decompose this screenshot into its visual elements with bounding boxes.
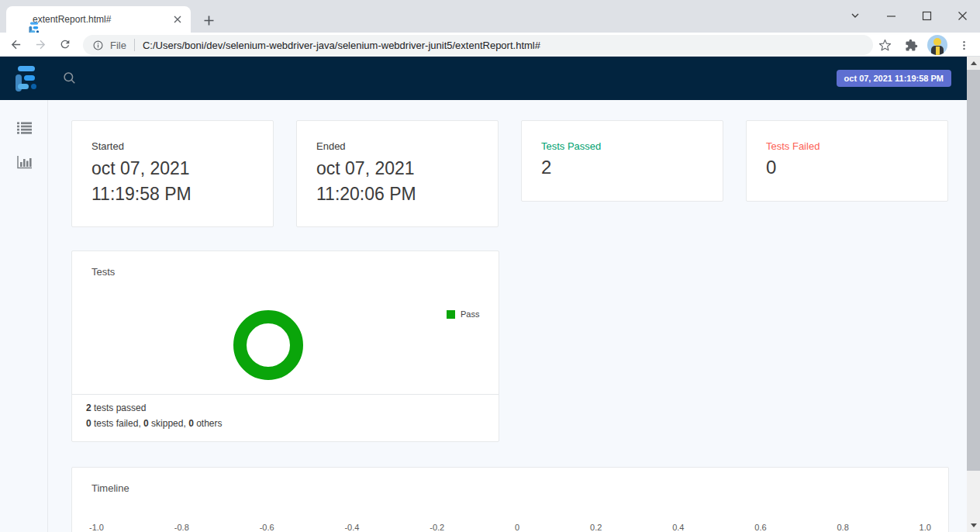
x-tick: -0.4 bbox=[344, 523, 359, 532]
tests-passed-label: Tests Passed bbox=[541, 140, 703, 152]
close-window-button[interactable] bbox=[944, 0, 980, 31]
test-list-icon bbox=[17, 122, 32, 137]
omnibox-separator bbox=[134, 39, 135, 51]
extent-logo bbox=[15, 65, 38, 92]
legend-pass-label: Pass bbox=[461, 309, 479, 319]
card-timeline: Timeline -1.0 -0.8 -0.6 -0.4 -0.2 0 0.2 … bbox=[71, 467, 949, 532]
ended-label: Ended bbox=[316, 140, 478, 152]
card-started: Started oct 07, 2021 11:19:58 PM bbox=[71, 120, 274, 227]
tests-summary: 2 tests passed 0 tests failed, 0 skipped… bbox=[72, 394, 499, 441]
tab-close-icon[interactable] bbox=[171, 12, 185, 26]
timeline-title: Timeline bbox=[91, 482, 129, 494]
report-main: Started oct 07, 2021 11:19:58 PM Ended o… bbox=[49, 100, 967, 532]
tab-search-icon[interactable] bbox=[837, 0, 873, 31]
bookmark-star-icon[interactable] bbox=[875, 35, 895, 55]
tests-failed-value: 0 bbox=[766, 155, 928, 180]
scrollbar-thumb[interactable] bbox=[967, 70, 980, 471]
sidebar-item-dashboard[interactable] bbox=[0, 147, 48, 181]
tests-summary-line2: 0 tests failed, 0 skipped, 0 others bbox=[86, 418, 485, 430]
url-omnibox[interactable]: File C:/Users/boni/dev/selenium-webdrive… bbox=[83, 35, 873, 55]
file-scheme-label: File bbox=[110, 40, 126, 51]
x-tick: 0.4 bbox=[672, 523, 684, 532]
timeline-x-axis: -1.0 -0.8 -0.6 -0.4 -0.2 0 0.2 0.4 0.6 0… bbox=[89, 523, 931, 532]
url-text[interactable]: C:/Users/boni/dev/selenium-webdriver-jav… bbox=[143, 40, 540, 51]
search-icon[interactable] bbox=[62, 71, 78, 89]
x-tick: -1.0 bbox=[89, 523, 104, 532]
x-tick: 1.0 bbox=[920, 523, 931, 532]
browser-addressbar: File C:/Users/boni/dev/selenium-webdrive… bbox=[0, 33, 980, 57]
started-label: Started bbox=[91, 140, 254, 152]
bar-chart-icon bbox=[17, 156, 32, 172]
report-header: oct 07, 2021 11:19:58 PM bbox=[0, 57, 980, 100]
card-tests-passed: Tests Passed 2 bbox=[521, 120, 723, 202]
forward-icon[interactable] bbox=[29, 33, 51, 55]
tests-passed-value: 2 bbox=[541, 155, 703, 180]
report-datetime-badge: oct 07, 2021 11:19:58 PM bbox=[837, 70, 951, 87]
legend-pass-swatch bbox=[447, 310, 455, 319]
x-tick: 0.8 bbox=[837, 523, 848, 532]
tests-summary-line1: 2 tests passed bbox=[86, 402, 485, 414]
browser-titlebar: extentReport.html# bbox=[0, 0, 980, 33]
x-tick: -0.6 bbox=[260, 523, 274, 532]
x-tick: -0.2 bbox=[430, 523, 444, 532]
window-controls bbox=[837, 0, 980, 31]
card-tests-chart: Tests Pass 2 tests passed 0 tests failed… bbox=[71, 250, 499, 442]
browser-tab[interactable]: extentReport.html# bbox=[6, 6, 191, 33]
reload-icon[interactable] bbox=[54, 33, 76, 55]
ended-value: oct 07, 2021 11:20:06 PM bbox=[316, 156, 478, 207]
extensions-puzzle-icon[interactable] bbox=[901, 35, 921, 55]
x-tick: 0.2 bbox=[590, 523, 602, 532]
started-value: oct 07, 2021 11:19:58 PM bbox=[91, 156, 254, 207]
page-info-icon[interactable] bbox=[92, 40, 104, 51]
card-ended: Ended oct 07, 2021 11:20:06 PM bbox=[296, 120, 499, 227]
x-tick: 0.6 bbox=[754, 523, 766, 532]
x-tick: 0 bbox=[515, 523, 519, 532]
scrollbar-down-icon[interactable] bbox=[967, 519, 980, 532]
card-tests-failed: Tests Failed 0 bbox=[746, 120, 948, 202]
legend-pass[interactable]: Pass bbox=[447, 309, 479, 319]
tests-chart-title: Tests bbox=[91, 266, 115, 278]
chrome-menu-kebab-icon[interactable] bbox=[954, 35, 974, 55]
report-sidebar bbox=[0, 100, 48, 532]
minimize-button[interactable] bbox=[873, 0, 909, 31]
profile-avatar[interactable] bbox=[927, 35, 947, 55]
sidebar-item-tests[interactable] bbox=[0, 112, 48, 147]
x-tick: -0.8 bbox=[174, 523, 189, 532]
new-tab-button[interactable] bbox=[198, 10, 219, 30]
favicon-extent-logo bbox=[14, 13, 26, 26]
maximize-button[interactable] bbox=[909, 0, 944, 31]
scrollbar-up-icon[interactable] bbox=[967, 57, 980, 70]
page-scrollbar[interactable] bbox=[967, 57, 980, 532]
tab-title: extentReport.html# bbox=[33, 14, 171, 25]
back-icon[interactable] bbox=[5, 33, 26, 55]
tests-donut-chart bbox=[233, 310, 303, 380]
tests-failed-label: Tests Failed bbox=[766, 140, 928, 152]
